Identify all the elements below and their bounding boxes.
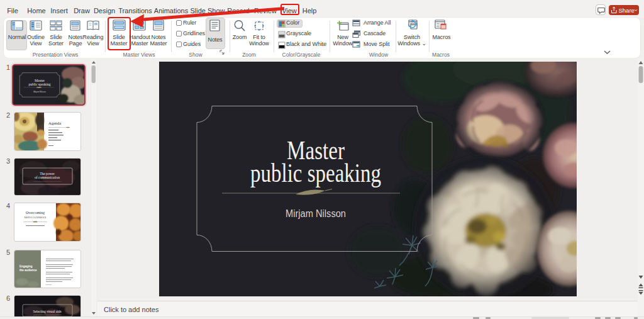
svg-text:public speaking: public speaking <box>250 158 381 187</box>
svg-text:Engaging: Engaging <box>19 265 33 268</box>
svg-text:public speaking: public speaking <box>29 82 51 87</box>
svg-text:Selecting visual aids: Selecting visual aids <box>33 310 61 313</box>
svg-text:the audience: the audience <box>19 269 37 272</box>
svg-text:Agenda: Agenda <box>48 121 61 125</box>
svg-text:of communication: of communication <box>35 176 60 179</box>
svg-text:Mirjam Nilsson: Mirjam Nilsson <box>286 208 346 219</box>
svg-text:NERVOUSNESS: NERVOUSNESS <box>24 216 46 219</box>
svg-text:Mirjam Nilsson: Mirjam Nilsson <box>33 91 46 93</box>
svg-text:Overcoming: Overcoming <box>26 211 45 215</box>
svg-text:The power: The power <box>40 172 55 176</box>
svg-text:Share: Share <box>619 7 635 14</box>
